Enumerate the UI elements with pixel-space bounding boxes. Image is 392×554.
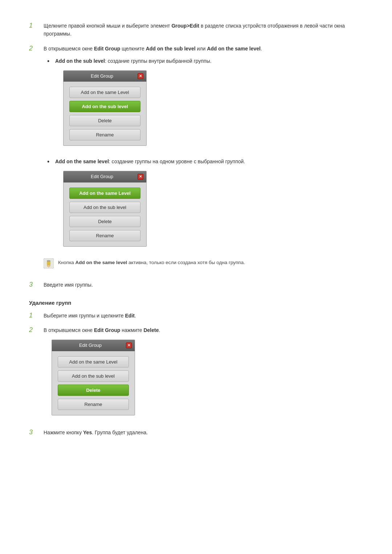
delete-step-1-content: Выберите имя группы и щелкните Edit.	[44, 312, 363, 320]
delete-step-number-3: 3	[29, 428, 38, 436]
btn-same-level-3[interactable]: Add on the same Level	[58, 356, 129, 368]
btn-rename-2[interactable]: Rename	[69, 230, 140, 241]
btn-sub-level-3[interactable]: Add on the sub level	[58, 370, 129, 382]
step-1: 1 Щелкните правой кнопкой мыши и выберит…	[29, 22, 363, 38]
dialog-sub-level-body: Add on the same Level Add on the sub lev…	[64, 82, 146, 145]
step-2-text: В открывшемся окне Edit Group щелкните A…	[44, 46, 262, 52]
dialog-delete: Edit Group ✕ Add on the same Level Add o…	[52, 340, 135, 415]
dialog-sub-level-title: Edit Group	[66, 73, 138, 80]
delete-step-number-2: 2	[29, 326, 38, 334]
dialog-delete-titlebar: Edit Group ✕	[52, 340, 135, 351]
delete-step-2-content: В открывшемся окне Edit Group нажмите De…	[44, 326, 363, 422]
dialog-same-level-close[interactable]: ✕	[138, 174, 143, 180]
step-1-content: Щелкните правой кнопкой мыши и выберите …	[44, 22, 363, 38]
step-3: 3 Введите имя группы.	[29, 281, 363, 289]
delete-step-number-1: 1	[29, 312, 38, 319]
bullet-sub-level-content: Add on the sub level: создание группы вн…	[55, 57, 363, 152]
delete-step-1: 1 Выберите имя группы и щелкните Edit.	[29, 312, 363, 320]
step-3-content: Введите имя группы.	[44, 281, 363, 289]
bullet-dot-2: •	[47, 157, 52, 167]
dialog-same-level-body: Add on the same Level Add on the sub lev…	[64, 182, 146, 246]
dialog-same-level: Edit Group ✕ Add on the same Level Add o…	[63, 171, 147, 247]
dialog-delete-title: Edit Group	[55, 342, 126, 349]
step-3-text: Введите имя группы.	[44, 282, 93, 288]
btn-delete-2[interactable]: Delete	[69, 216, 140, 227]
btn-rename-1[interactable]: Rename	[69, 129, 140, 140]
bullet-dot-1: •	[47, 57, 52, 66]
add-group-section: 1 Щелкните правой кнопкой мыши и выберит…	[29, 22, 363, 289]
btn-sub-level-1[interactable]: Add on the sub level	[69, 101, 140, 112]
bullet-same-level-content: Add on the same level: создание группы н…	[55, 157, 363, 253]
step-number-3: 3	[29, 281, 38, 288]
step-1-text: Щелкните правой кнопкой мыши и выберите …	[44, 23, 345, 37]
dialog-delete-wrapper: Edit Group ✕ Add on the same Level Add o…	[52, 340, 363, 415]
dialog-delete-close[interactable]: ✕	[126, 342, 132, 348]
delete-group-section: Удаление групп 1 Выберите имя группы и щ…	[29, 300, 363, 436]
note-row: Кнопка Add on the same level активна, то…	[44, 258, 363, 268]
btn-delete-1[interactable]: Delete	[69, 115, 140, 126]
dialog-sub-level-wrapper: Edit Group ✕ Add on the same Level Add o…	[63, 70, 363, 146]
dialog-delete-body: Add on the same Level Add on the sub lev…	[52, 351, 135, 415]
delete-step-3: 3 Нажмите кнопку Yes. Группа будет удале…	[29, 428, 363, 436]
svg-rect-2	[47, 265, 50, 266]
step-2: 2 В открывшемся окне Edit Group щелкните…	[29, 45, 363, 274]
note-text: Кнопка Add on the same level активна, то…	[58, 258, 245, 266]
dialog-sub-level-titlebar: Edit Group ✕	[64, 71, 146, 82]
delete-step-1-text: Выберите имя группы и щелкните Edit.	[44, 313, 136, 319]
dialog-same-level-wrapper: Edit Group ✕ Add on the same Level Add o…	[63, 171, 363, 247]
add-group-steps: 1 Щелкните правой кнопкой мыши и выберит…	[29, 22, 363, 289]
bullet-list: • Add on the sub level: создание группы …	[47, 57, 363, 253]
step-number-2: 2	[29, 45, 38, 52]
bullet-same-level: • Add on the same level: создание группы…	[47, 157, 363, 253]
step-2-content: В открывшемся окне Edit Group щелкните A…	[44, 45, 363, 274]
dialog-same-level-title: Edit Group	[66, 173, 138, 181]
step-number-1: 1	[29, 22, 38, 29]
delete-section-heading: Удаление групп	[29, 300, 363, 306]
delete-step-2-text: В открывшемся окне Edit Group нажмите De…	[44, 327, 160, 333]
dialog-sub-level-close[interactable]: ✕	[138, 73, 143, 79]
bullet-same-level-text: Add on the same level: создание группы н…	[55, 159, 245, 164]
btn-sub-level-2[interactable]: Add on the sub level	[69, 202, 140, 213]
delete-group-steps: 1 Выберите имя группы и щелкните Edit. 2…	[29, 312, 363, 436]
svg-rect-5	[47, 260, 50, 262]
btn-same-level-1[interactable]: Add on the same Level	[69, 87, 140, 98]
btn-rename-3[interactable]: Rename	[58, 399, 129, 410]
bullet-sub-level: • Add on the sub level: создание группы …	[47, 57, 363, 152]
bullet-sub-level-text: Add on the sub level: создание группы вн…	[55, 58, 212, 64]
delete-step-2: 2 В открывшемся окне Edit Group нажмите …	[29, 326, 363, 422]
dialog-sub-level: Edit Group ✕ Add on the same Level Add o…	[63, 70, 147, 146]
dialog-same-level-titlebar: Edit Group ✕	[64, 171, 146, 182]
delete-step-3-text: Нажмите кнопку Yes. Группа будет удалена…	[44, 430, 148, 435]
delete-step-3-content: Нажмите кнопку Yes. Группа будет удалена…	[44, 428, 363, 436]
btn-same-level-2[interactable]: Add on the same Level	[69, 188, 140, 199]
pencil-icon	[44, 258, 54, 268]
btn-delete-3[interactable]: Delete	[58, 385, 129, 396]
